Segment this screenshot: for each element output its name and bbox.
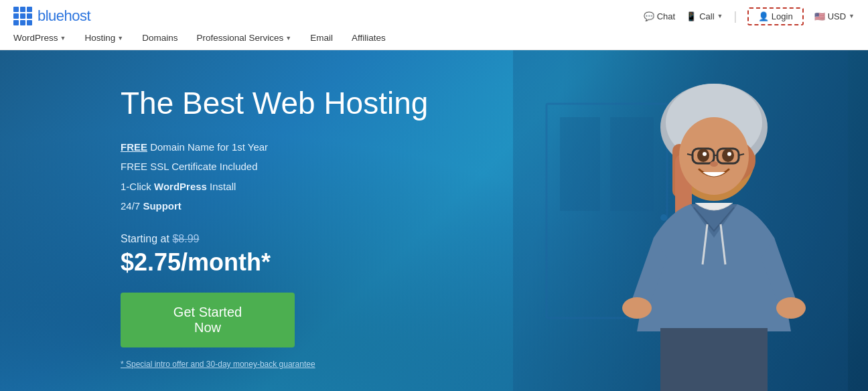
logo-area[interactable]: bluehost (13, 7, 90, 25)
logo-grid-icon (13, 7, 32, 25)
nav-domains-label: Domains (142, 33, 177, 43)
svg-point-4 (660, 214, 667, 221)
hero-section: The Best Web Hosting FREE Domain Name fo… (0, 50, 868, 391)
svg-rect-26 (660, 328, 768, 391)
feature-247-text: 24/7 (121, 200, 143, 212)
feature-1click-text: 1-Click (121, 181, 154, 192)
hero-person-area (413, 50, 868, 391)
nav-email[interactable]: Email (310, 33, 333, 43)
nav-hosting-label: Hosting (84, 33, 115, 43)
get-started-button[interactable]: Get Started Now (121, 293, 295, 347)
feature-ssl-free: FREE (121, 161, 150, 172)
feature-ssl: FREE SSL Certificate Included (121, 159, 428, 175)
phone-icon: 📱 (686, 11, 697, 21)
old-price: $8.99 (172, 233, 199, 244)
svg-point-19 (703, 152, 707, 156)
divider: | (734, 9, 737, 23)
svg-point-24 (622, 297, 652, 319)
feature-free-underline: FREE (121, 141, 147, 153)
login-label: Login (772, 11, 793, 21)
new-price: $2.75/month* (121, 248, 428, 277)
currency-dropdown-icon: ▼ (849, 13, 855, 19)
nav-affiliates[interactable]: Affiliates (352, 33, 386, 43)
feature-support: 24/7 Support (121, 199, 428, 214)
chat-label: Chat (657, 11, 675, 21)
nav-wordpress-label: WordPress (13, 33, 58, 43)
nav-professional-services-label: Professional Services (196, 33, 283, 43)
hero-content: The Best Web Hosting FREE Domain Name fo… (0, 72, 428, 369)
nav-professional-services[interactable]: Professional Services ▼ (196, 33, 291, 43)
wordpress-dropdown-icon: ▼ (60, 35, 66, 42)
feature-domain: FREE Domain Name for 1st Year (121, 140, 428, 155)
main-nav: WordPress ▼ Hosting ▼ Domains Profession… (13, 33, 855, 50)
feature-wordpress-bold: WordPress (154, 181, 207, 192)
svg-rect-2 (560, 117, 600, 211)
header-top-bar: bluehost 💬 Chat 📱 Call ▼ | 👤 Login 🇺🇸 US… (13, 0, 855, 25)
svg-point-20 (727, 152, 731, 156)
nav-domains[interactable]: Domains (142, 33, 177, 43)
starting-at-label: Starting at $8.99 (121, 233, 428, 245)
header-actions: 💬 Chat 📱 Call ▼ | 👤 Login 🇺🇸 USD ▼ (644, 7, 855, 25)
nav-wordpress[interactable]: WordPress ▼ (13, 33, 66, 43)
call-link[interactable]: 📱 Call ▼ (686, 11, 723, 21)
nav-hosting[interactable]: Hosting ▼ (84, 33, 123, 43)
svg-point-21 (710, 161, 718, 167)
svg-rect-3 (610, 117, 654, 211)
call-dropdown-icon: ▼ (717, 13, 723, 19)
user-icon: 👤 (758, 11, 769, 21)
svg-point-25 (776, 297, 806, 319)
feature-support-bold: Support (143, 200, 182, 212)
site-header: bluehost 💬 Chat 📱 Call ▼ | 👤 Login 🇺🇸 US… (0, 0, 868, 50)
hero-title: The Best Web Hosting (121, 86, 428, 121)
feature-wordpress: 1-Click WordPress Install (121, 179, 428, 195)
nav-email-label: Email (310, 33, 333, 43)
hero-features-list: FREE Domain Name for 1st Year FREE SSL C… (121, 140, 428, 214)
chat-icon: 💬 (644, 11, 654, 21)
feature-domain-text: Domain Name for 1st Year (150, 141, 268, 153)
starting-at-text: Starting at (121, 233, 169, 244)
hosting-dropdown-icon: ▼ (117, 35, 123, 42)
nav-affiliates-label: Affiliates (352, 33, 386, 43)
logo-text: bluehost (38, 7, 90, 25)
person-illustration (513, 50, 848, 391)
feature-ssl-text: SSL Certificate Included (150, 161, 257, 172)
flag-icon: 🇺🇸 (814, 11, 825, 21)
professional-services-dropdown-icon: ▼ (285, 35, 291, 42)
currency-selector[interactable]: 🇺🇸 USD ▼ (814, 11, 855, 21)
disclaimer-link[interactable]: * Special intro offer and 30-day money-b… (121, 360, 428, 369)
pricing-area: Starting at $8.99 $2.75/month* (121, 233, 428, 277)
feature-install-text: Install (210, 181, 236, 192)
chat-link[interactable]: 💬 Chat (644, 11, 675, 21)
login-button[interactable]: 👤 Login (747, 7, 803, 25)
currency-label: USD (828, 11, 846, 21)
call-label: Call (699, 11, 714, 21)
